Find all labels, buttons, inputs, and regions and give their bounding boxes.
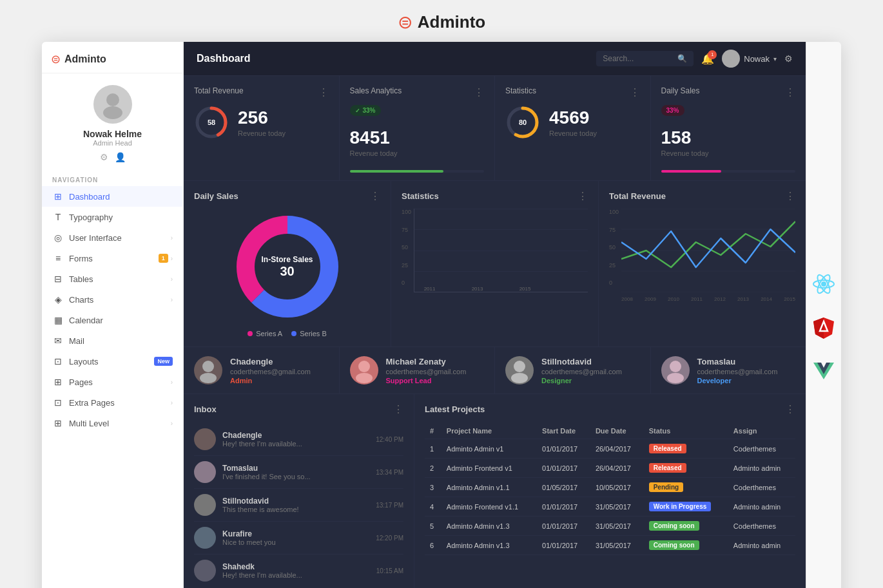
inbox-list: Chadengle Hey! there I'm available... 12… [194,423,403,587]
inbox-item-5[interactable]: Shahedk Hey! there I'm available... 10:1… [194,555,403,587]
donut-legend: Series A Series B [194,330,380,337]
user-menu[interactable]: Nowak ▾ [722,50,777,68]
check-icon: ✓ [355,108,360,114]
statistics-value: 4569 [549,108,597,128]
layouts-new-badge: New [154,357,173,366]
cell-assign: Coderthemes [728,517,795,536]
card-menu-statistics[interactable]: ⋮ [630,86,640,99]
people-row: Chadengle coderthemes@gmail.com Admin Mi… [184,347,806,394]
search-box[interactable]: 🔍 [596,51,694,66]
inbox-item-4[interactable]: Kurafire Nice to meet you 12:20 PM [194,522,403,555]
top-brand-name: Adminto [418,12,485,32]
svg-point-17 [200,373,217,383]
cell-project-name: Adminto Admin v1.3 [442,536,537,555]
cell-start-date: 01/01/2017 [537,517,590,536]
stat-card-daily-sales: Daily Sales ⋮ 33% 158 Revenue today [651,76,806,180]
person-email: coderthemes@gmail.com [230,368,311,375]
person-card-chadengle: Chadengle coderthemes@gmail.com Admin [184,347,339,394]
sidebar-item-typography[interactable]: T Typography [42,207,183,227]
settings-icon[interactable]: ⚙ [100,152,108,162]
bar-col [491,290,511,292]
chevron-right-icon: › [171,399,173,406]
daily-sales-badge: 33% [661,105,684,116]
notification-button[interactable]: 🔔 1 [701,53,714,65]
statistics-circle-value: 80 [519,119,527,126]
sidebar-item-multi-level[interactable]: ⊞ Multi Level › [42,413,183,433]
sidebar-item-extra-pages[interactable]: ⊡ Extra Pages › [42,392,183,413]
bars-group: 2011 2013 [420,209,583,292]
table-row: 5 Adminto Admin v1.3 01/01/2017 31/05/20… [425,517,795,536]
inbox-time: 10:15 AM [376,567,403,574]
legend-series-a: Series A [247,330,282,337]
legend-series-b-label: Series B [300,330,327,337]
sidebar-item-tables[interactable]: ⊟ Tables › [42,269,183,289]
sidebar-item-pages[interactable]: ⊞ Pages › [42,372,183,392]
table-row: 3 Adminto Admin v1.1 01/05/2017 10/05/20… [425,478,795,497]
vue-logo [812,360,835,386]
person-card-tomaslau: Tomaslau coderthemes@gmail.com Developer [651,347,806,394]
angular-logo [812,316,835,342]
y-label: 75 [609,227,619,233]
nav-label-forms: Forms [69,254,93,263]
status-badge: Pending [649,482,683,492]
bar-col [443,290,463,292]
chart-menu-statistics[interactable]: ⋮ [577,190,588,202]
sidebar-role: Admin Head [51,139,174,147]
inbox-item-3[interactable]: Stillnotdavid This theme is awesome! 13:… [194,489,403,522]
inbox-avatar [194,461,216,483]
chart-menu-total-revenue[interactable]: ⋮ [785,190,795,202]
nav-label-ui: User Interface [69,233,122,243]
inbox-item-1[interactable]: Chadengle Hey! there I'm available... 12… [194,423,403,456]
top-brand-bar: ⊜ Adminto [0,0,883,42]
x-axis-labels: 2008 2009 2010 2011 2012 2013 2014 2015 [621,296,795,302]
donut-center-value: 30 [261,264,313,279]
card-menu-daily-sales[interactable]: ⋮ [785,86,795,99]
person-name: Chadengle [230,357,311,366]
card-title-statistics: Statistics [505,86,536,95]
sidebar-item-calendar[interactable]: ▦ Calendar [42,310,183,330]
sidebar-item-user-interface[interactable]: ◎ User Interface › [42,227,183,248]
y-axis-labels: 100 75 50 25 0 [609,209,619,292]
cell-status: Coming soon [644,536,728,555]
legend-series-a-label: Series A [256,330,282,337]
analytics-badge: ✓ 33% [350,105,381,116]
profile-icon[interactable]: 👤 [115,152,126,162]
typography-icon: T [52,212,64,222]
cell-num: 1 [425,439,442,459]
y-label: 75 [402,227,411,233]
inbox-item-2[interactable]: Tomaslau I've finished it! See you so...… [194,456,403,489]
sidebar-item-mail[interactable]: ✉ Mail [42,330,183,351]
stat-card-revenue: Total Revenue ⋮ 58 256 Revenue today [184,76,339,180]
x-label: 2011 [691,296,703,302]
cell-start-date: 01/01/2017 [537,497,590,517]
legend-series-b: Series B [291,330,327,337]
col-num: # [425,423,442,439]
sidebar-item-layouts[interactable]: ⊡ Layouts New [42,351,183,372]
sidebar-item-dashboard[interactable]: ⊞ Dashboard [42,186,183,207]
projects-menu[interactable]: ⋮ [785,403,795,415]
chevron-right-icon: › [171,379,173,386]
sidebar-item-forms[interactable]: ≡ Forms 1 › [42,248,183,269]
nav-label-pages: Pages [69,377,93,387]
chevron-right-icon: › [171,296,173,303]
search-input[interactable] [603,54,674,63]
chart-menu-daily-sales[interactable]: ⋮ [370,190,380,202]
y-axis-labels: 100 75 50 25 0 [402,209,411,292]
sidebar-logo-icon: ⊜ [51,52,61,66]
x-label: 2008 [621,296,633,302]
sidebar-item-charts[interactable]: ◈ Charts › [42,289,183,310]
col-due-date: Due Date [590,423,644,439]
forms-badge: 1 [159,254,168,263]
person-avatar [661,356,690,384]
daily-sales-badge-value: 33% [666,107,679,114]
inbox-menu[interactable]: ⋮ [393,403,403,415]
analytics-progress [350,170,444,173]
settings-gear-icon[interactable]: ⚙ [784,53,793,64]
card-menu-revenue[interactable]: ⋮ [318,86,329,99]
card-menu-analytics[interactable]: ⋮ [474,86,484,99]
cell-due-date: 26/04/2017 [590,459,644,478]
cell-project-name: Adminto Admin v1.3 [442,517,537,536]
table-row: 4 Adminto Frontend v1.1 01/01/2017 31/05… [425,497,795,517]
svg-point-3 [725,60,737,68]
person-role: Support Lead [386,377,467,384]
